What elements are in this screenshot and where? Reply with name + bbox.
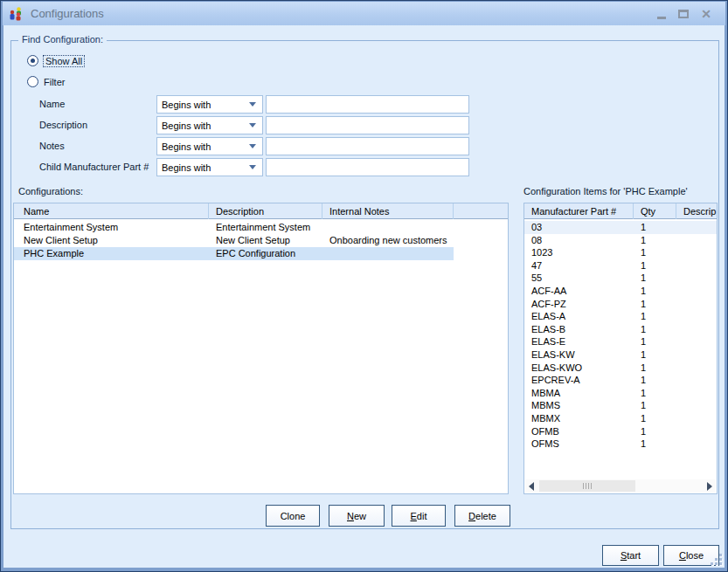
description-operator-combo[interactable]: Begins with (156, 116, 263, 134)
column-header-manufacturer-part[interactable]: Manufacturer Part # (524, 203, 634, 219)
cell-name: Entertainment System (14, 221, 209, 234)
item-row[interactable]: OFMB1 (524, 425, 717, 438)
radio-filter[interactable]: Filter (27, 76, 65, 87)
column-header-empty[interactable] (454, 203, 508, 219)
configuration-row[interactable]: New Client Setup New Client Setup Onboar… (14, 234, 508, 247)
maximize-icon[interactable] (678, 10, 689, 18)
configuration-row-selected[interactable]: PHC Example EPC Configuration (14, 247, 508, 260)
item-row[interactable]: ELAS-A1 (524, 310, 717, 323)
configurations-list-header: Name Description Internal Notes (14, 203, 508, 219)
item-row[interactable]: 081 (524, 234, 717, 247)
scroll-left-icon[interactable] (529, 482, 534, 491)
item-row[interactable]: ACF-AA1 (524, 285, 717, 298)
start-button[interactable]: Start (602, 545, 659, 566)
item-row[interactable]: 031 (524, 221, 717, 234)
cell-part: ELAS-A (524, 310, 634, 323)
cell-internal-notes (322, 247, 454, 260)
clone-button[interactable]: Clone (266, 505, 320, 527)
cell-part: ELAS-KW (524, 348, 634, 362)
cell-part: 03 (524, 221, 634, 234)
item-row[interactable]: MBMX1 (524, 412, 717, 425)
cell-part: ELAS-B (524, 323, 634, 336)
configuration-items-body: 031 081 10231 471 551 ACF-AA1 ACF-PZ1 EL… (524, 219, 717, 451)
cell-description: Entertainment System (209, 221, 322, 234)
column-header-description[interactable]: Description (209, 203, 322, 219)
filter-label-child-part: Child Manufacturer Part # (39, 162, 149, 172)
radio-filter-circle[interactable] (27, 76, 38, 87)
cell-qty: 1 (634, 399, 676, 412)
configurations-label: Configurations: (18, 186, 83, 196)
description-filter-input[interactable] (266, 116, 469, 134)
notes-operator-value: Begins with (157, 141, 211, 152)
cell-qty: 1 (634, 285, 676, 298)
item-row[interactable]: EPCREV-A1 (524, 374, 717, 387)
filter-label-name: Name (39, 99, 65, 109)
notes-filter-input[interactable] (266, 137, 469, 155)
scroll-right-icon[interactable] (707, 482, 712, 491)
horizontal-scrollbar[interactable] (525, 479, 716, 493)
item-row[interactable]: ELAS-B1 (524, 323, 717, 336)
cell-qty: 1 (634, 348, 676, 362)
notes-operator-combo[interactable]: Begins with (156, 137, 263, 155)
item-row[interactable]: ACF-PZ1 (524, 298, 717, 311)
item-row[interactable]: 10231 (524, 246, 717, 259)
delete-button[interactable]: Delete (454, 505, 510, 527)
close-icon[interactable]: ✕ (701, 8, 711, 20)
app-icon (9, 6, 24, 21)
item-row[interactable]: 471 (524, 259, 717, 272)
column-header-qty[interactable]: Qty (634, 203, 676, 219)
configuration-items-header: Manufacturer Part # Qty Descrip (524, 203, 717, 219)
column-header-description[interactable]: Descrip (676, 203, 717, 219)
cell-part: MBMX (524, 412, 634, 425)
item-row[interactable]: ELAS-KW1 (524, 348, 717, 362)
thumb-grip-icon (583, 483, 593, 489)
cell-part: ELAS-E (524, 335, 634, 348)
item-row[interactable]: OFMS1 (524, 438, 717, 451)
cell-description: New Client Setup (209, 234, 322, 247)
name-operator-value: Begins with (157, 100, 211, 110)
cell-qty: 1 (634, 246, 676, 259)
chevron-down-icon[interactable] (249, 123, 256, 127)
cell-part: OFMB (524, 425, 634, 438)
name-operator-combo[interactable]: Begins with (156, 95, 263, 114)
radio-show-all-label[interactable]: Show All (44, 56, 84, 66)
radio-filter-label[interactable]: Filter (44, 77, 65, 87)
chevron-down-icon[interactable] (249, 102, 256, 107)
cell-qty: 1 (634, 272, 676, 285)
cell-part: MBMS (524, 399, 634, 412)
chevron-down-icon[interactable] (249, 165, 256, 169)
item-row[interactable]: MBMS1 (524, 399, 717, 412)
cell-qty: 1 (634, 374, 676, 387)
radio-show-all-circle[interactable] (27, 55, 38, 66)
scrollbar-thumb[interactable] (539, 480, 635, 492)
item-row[interactable]: ELAS-KWO1 (524, 362, 717, 375)
configuration-items-list[interactable]: Manufacturer Part # Qty Descrip 031 081 … (523, 203, 718, 494)
child-part-operator-combo[interactable]: Begins with (156, 158, 263, 176)
titlebar[interactable]: Configurations ✕ (3, 2, 725, 25)
cell-qty: 1 (634, 298, 676, 311)
edit-button[interactable]: Edit (392, 505, 446, 527)
new-button[interactable]: New (329, 505, 385, 527)
name-filter-input[interactable] (266, 95, 469, 114)
cell-part: ELAS-KWO (524, 362, 634, 375)
cell-qty: 1 (634, 259, 676, 272)
item-row[interactable]: MBMA1 (524, 387, 717, 400)
cell-qty: 1 (634, 412, 676, 425)
radio-show-all[interactable]: Show All (27, 55, 84, 66)
cell-qty: 1 (634, 234, 676, 247)
column-header-internal-notes[interactable]: Internal Notes (322, 203, 454, 219)
item-row[interactable]: 551 (524, 272, 717, 285)
minimize-icon[interactable] (657, 17, 666, 19)
chevron-down-icon[interactable] (249, 144, 256, 148)
configurations-list[interactable]: Name Description Internal Notes Entertai… (13, 203, 509, 494)
cell-qty: 1 (634, 387, 676, 400)
item-row[interactable]: ELAS-E1 (524, 335, 717, 348)
child-part-filter-input[interactable] (266, 158, 469, 176)
cell-part: ACF-PZ (524, 298, 634, 311)
configuration-items-label: Configuration Items for 'PHC Example' (523, 186, 688, 196)
cell-part: 55 (524, 272, 634, 285)
cell-part: 47 (524, 259, 634, 272)
configuration-row[interactable]: Entertainment System Entertainment Syste… (14, 221, 508, 234)
column-header-name[interactable]: Name (14, 203, 209, 219)
resize-grip[interactable] (711, 555, 722, 565)
